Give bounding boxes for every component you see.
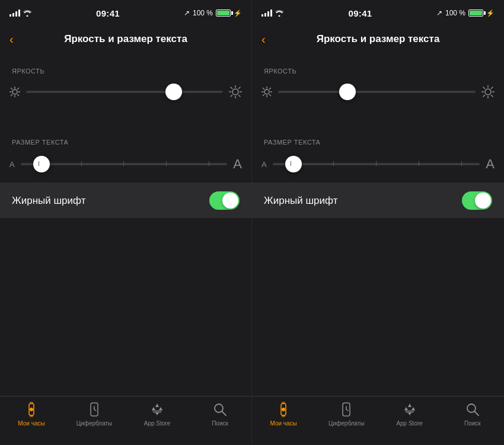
brightness-label-left: ЯРКОСТЬ xyxy=(0,57,251,79)
brightness-slider-left[interactable] xyxy=(26,91,223,93)
svg-line-16 xyxy=(239,87,241,89)
svg-line-24 xyxy=(94,409,96,411)
tab-label-search-right: Поиск xyxy=(464,420,481,427)
textsize-slider-left[interactable] xyxy=(21,163,228,165)
svg-rect-20 xyxy=(30,415,33,417)
my-watch-icon-left xyxy=(23,401,40,418)
bold-toggle-label-right: Жирный шрифт xyxy=(264,195,337,207)
svg-point-9 xyxy=(232,89,238,95)
svg-point-27 xyxy=(264,89,269,94)
status-left-right xyxy=(261,9,284,17)
bold-toggle-switch-right[interactable] xyxy=(462,191,492,210)
battery-percent-right: 100 % xyxy=(445,9,465,17)
tab-search-right[interactable]: Поиск xyxy=(441,401,504,427)
svg-line-5 xyxy=(11,88,12,89)
tab-watchfaces-right[interactable]: Циферблаты xyxy=(315,401,378,427)
toggle-section-right: Жирный шрифт xyxy=(252,183,504,218)
tab-label-search-left: Поиск xyxy=(212,420,228,427)
svg-line-42 xyxy=(492,95,493,97)
tab-label-my-watch-right: Мои часы xyxy=(270,420,296,427)
tab-watchfaces-left[interactable]: Циферблаты xyxy=(63,401,126,427)
bold-toggle-knob-right xyxy=(475,193,491,209)
nav-arrow-icon-right: ↗ xyxy=(436,9,442,17)
nav-header-right: ‹ Яркость и размер текста xyxy=(252,26,504,52)
brightness-low-icon-right xyxy=(261,87,272,97)
back-button-right[interactable]: ‹ xyxy=(261,33,266,45)
textsize-thumb-left[interactable] xyxy=(33,156,50,172)
left-panel: 09:41 ↗ 100 % ⚡ ‹ Яркость и размер текст… xyxy=(0,0,252,445)
back-button-left[interactable]: ‹ xyxy=(9,33,14,45)
svg-point-48 xyxy=(282,408,285,411)
brightness-slider-row-right xyxy=(252,79,504,109)
tab-label-watchfaces-right: Циферблаты xyxy=(328,420,365,427)
tab-search-left[interactable]: Поиск xyxy=(189,401,251,427)
textsize-slider-right[interactable] xyxy=(273,163,480,165)
svg-line-51 xyxy=(346,409,348,411)
svg-line-44 xyxy=(483,95,485,97)
svg-line-34 xyxy=(270,88,271,89)
signal-icon xyxy=(9,9,20,17)
tab-label-app-store-left: App Store xyxy=(144,420,170,427)
status-time-left: 09:41 xyxy=(96,8,120,18)
status-right-right: ↗ 100 % ⚡ xyxy=(436,9,495,17)
status-left xyxy=(9,9,32,17)
battery-icon-right: ⚡ xyxy=(468,9,495,17)
tab-label-my-watch-left: Мои часы xyxy=(18,420,44,427)
textsize-slider-row-left: A A xyxy=(0,151,251,183)
tab-my-watch-right[interactable]: Мои часы xyxy=(252,401,315,427)
brightness-slider-right[interactable] xyxy=(278,91,476,93)
svg-line-7 xyxy=(18,88,19,89)
svg-line-33 xyxy=(270,95,271,96)
text-size-small-icon-right: A xyxy=(261,160,267,169)
svg-point-36 xyxy=(485,89,491,95)
bold-toggle-knob-left xyxy=(222,193,238,209)
svg-line-8 xyxy=(11,95,12,96)
page-title-right: Яркость и размер текста xyxy=(317,33,440,45)
sections-wrapper-left: ЯРКОСТЬ xyxy=(0,52,251,218)
svg-line-53 xyxy=(474,412,479,416)
nav-header-left: ‹ Яркость и размер текста xyxy=(0,26,251,52)
battery-percent-left: 100 % xyxy=(193,9,213,17)
tab-bar-left: Мои часы Циферблаты xyxy=(0,396,251,445)
svg-line-6 xyxy=(18,95,19,96)
gap-1-left xyxy=(0,109,251,128)
toggle-section-left: Жирный шрифт xyxy=(0,183,251,218)
brightness-thumb-right[interactable] xyxy=(339,84,356,100)
bold-toggle-switch-left[interactable] xyxy=(209,191,240,210)
textsize-section-left: РАЗМЕР ТЕКСТА A A xyxy=(0,128,251,183)
tab-app-store-left[interactable]: App Store xyxy=(126,401,189,427)
text-size-large-icon-left: A xyxy=(233,156,242,172)
svg-line-32 xyxy=(263,88,264,89)
tab-label-watchfaces-left: Циферблаты xyxy=(76,420,113,427)
textsize-slider-row-right: A A xyxy=(252,151,504,183)
bold-toggle-row-right: Жирный шрифт xyxy=(252,183,504,218)
brightness-section-left: ЯРКОСТЬ xyxy=(0,57,251,109)
back-chevron-icon-right: ‹ xyxy=(261,33,266,45)
status-bar-right: 09:41 ↗ 100 % ⚡ xyxy=(252,0,504,26)
status-bar-left: 09:41 ↗ 100 % ⚡ xyxy=(0,0,251,26)
brightness-low-icon-left xyxy=(9,87,20,97)
status-right-left: ↗ 100 % ⚡ xyxy=(184,9,242,17)
svg-line-41 xyxy=(483,87,485,89)
brightness-thumb-left[interactable] xyxy=(165,84,182,100)
page-title-left: Яркость и размер текста xyxy=(64,33,187,45)
my-watch-icon-right xyxy=(275,401,292,418)
tab-my-watch-left[interactable]: Мои часы xyxy=(0,401,63,427)
svg-line-43 xyxy=(492,87,493,89)
right-panel: 09:41 ↗ 100 % ⚡ ‹ Яркость и размер текст… xyxy=(252,0,504,445)
search-icon-right xyxy=(464,401,481,418)
text-size-small-icon-left: A xyxy=(9,160,15,169)
app-store-icon-left xyxy=(149,401,165,418)
svg-rect-46 xyxy=(282,402,285,404)
bold-toggle-row-left: Жирный шрифт xyxy=(0,183,251,218)
nav-arrow-icon: ↗ xyxy=(184,9,190,17)
textsize-thumb-right[interactable] xyxy=(285,156,302,172)
brightness-section-right: ЯРКОСТЬ xyxy=(252,57,504,109)
svg-line-15 xyxy=(239,95,241,97)
status-time-right: 09:41 xyxy=(349,8,372,18)
tab-app-store-right[interactable]: App Store xyxy=(378,401,441,427)
gap-1-right xyxy=(252,109,504,128)
svg-point-0 xyxy=(12,89,17,94)
svg-rect-19 xyxy=(30,402,33,404)
textsize-label-right: РАЗМЕР ТЕКСТА xyxy=(252,128,504,151)
